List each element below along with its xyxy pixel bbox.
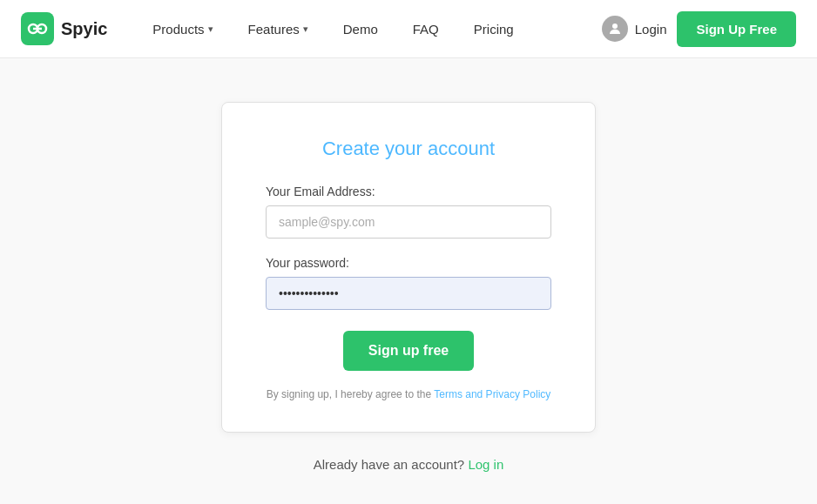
nav-faq[interactable]: FAQ [395,0,456,58]
user-icon [602,16,628,42]
email-label: Your Email Address: [266,185,551,198]
card-title: Create your account [266,138,551,160]
card-title-your: your [385,138,422,159]
email-group: Your Email Address: [266,185,551,239]
products-chevron-icon: ▾ [208,24,213,35]
signup-button[interactable]: Sign up free [343,331,474,371]
login-button[interactable]: Login [602,16,667,42]
password-input[interactable] [266,277,551,310]
card-title-create: Create [322,138,385,159]
login-link[interactable]: Log in [468,457,503,472]
already-have-account-text: Already have an account? [314,457,469,472]
nav-pricing[interactable]: Pricing [456,0,531,58]
navbar: Spyic Products ▾ Features ▾ Demo FAQ Pri… [0,0,817,58]
signup-card: Create your account Your Email Address: … [221,102,596,433]
nav-signup-button[interactable]: Sign Up Free [677,11,796,47]
logo-text: Spyic [61,19,107,39]
terms-text: By signing up, I hereby agree to the Ter… [266,388,551,400]
logo-icon [21,12,54,45]
nav-demo[interactable]: Demo [326,0,395,58]
svg-point-1 [612,24,618,29]
nav-products[interactable]: Products ▾ [135,0,230,58]
logo[interactable]: Spyic [21,12,107,45]
password-group: Your password: [266,256,551,310]
password-label: Your password: [266,256,551,270]
main-content: Create your account Your Email Address: … [0,58,817,504]
email-input[interactable] [266,205,551,239]
card-title-account: account [422,138,495,159]
features-chevron-icon: ▾ [303,24,308,35]
terms-link[interactable]: Terms and Privacy Policy [434,388,550,400]
nav-links: Products ▾ Features ▾ Demo FAQ Pricing [135,0,601,58]
terms-prefix: By signing up, I hereby agree to the [267,388,435,400]
login-prompt: Already have an account? Log in [314,457,504,472]
nav-features[interactable]: Features ▾ [231,0,326,58]
nav-right: Login Sign Up Free [602,11,796,47]
